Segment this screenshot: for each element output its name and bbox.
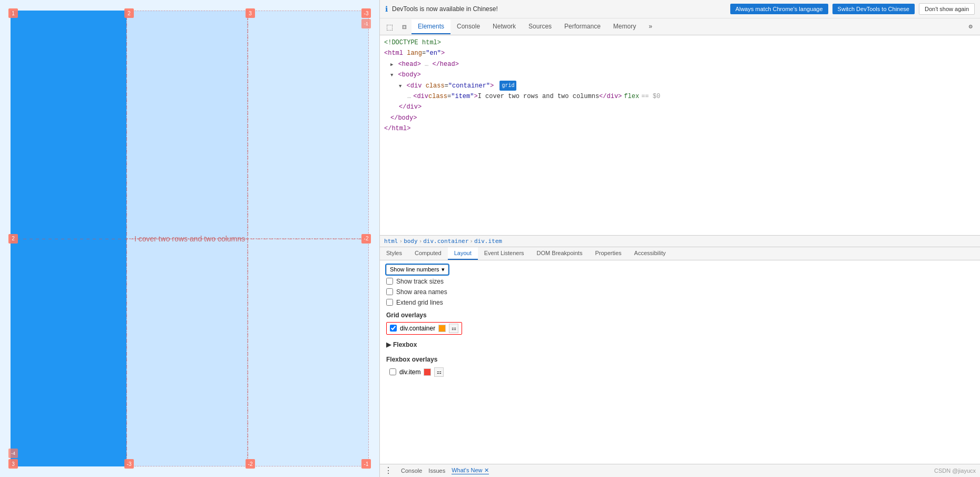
notification-text: DevTools is now available in Chinese! [392,5,726,13]
grid-overlay-container: div.container ⚏ [386,322,462,335]
inspect-icon-btn[interactable]: ⬚ [382,20,397,34]
tree-html-close[interactable]: </html> [380,123,980,134]
tree-doctype[interactable]: <!DOCTYPE html> [380,37,980,48]
show-track-sizes-option: Show track sizes [386,278,974,285]
show-line-numbers-option: Show line numbers ▾ [386,265,974,275]
tab-more[interactable]: » [642,20,659,34]
status-bar: ⋮ Console Issues What's New ✕ CSDN @jiay… [380,464,980,477]
tree-div-item[interactable]: … <div class="item"> I cover two rows an… [380,91,980,102]
head-expand [390,61,394,68]
grid-badge: grid [499,81,516,91]
show-area-names-option: Show area names [386,288,974,296]
grid-cell-bottom-2 [126,239,248,467]
settings-icon[interactable]: ⚙ [963,20,978,34]
body-expand [390,71,394,79]
grid-overlay-label: div.container [400,325,435,332]
show-area-names-checkbox[interactable] [386,288,393,295]
grid-cell-bottom-3 [248,239,369,467]
grid-cell-top-3 [248,11,369,239]
dropdown-label: Show line numbers [390,266,439,272]
grid-overlay-color-swatch [438,325,446,332]
show-area-names-label: Show area names [396,288,447,296]
grid-overlay-checkbox[interactable] [390,325,397,332]
flexbox-chevron: ▶ [386,341,391,348]
tab-properties[interactable]: Properties [589,247,628,260]
bottom-tab-bar: Styles Computed Layout Event Listeners D… [380,247,980,260]
tab-sources[interactable]: Sources [522,20,558,34]
grid-container [11,11,369,466]
status-tab-whats-new[interactable]: What's New ✕ [452,467,488,474]
three-dots-icon[interactable]: ⋮ [384,466,393,475]
doctype-text: <!DOCTYPE html> [384,39,441,46]
tab-network[interactable]: Network [486,20,522,34]
show-track-sizes-label: Show track sizes [396,278,444,285]
tab-dom-breakpoints[interactable]: DOM Breakpoints [531,247,589,260]
status-bar-tabs: Console Issues What's New ✕ [401,467,926,474]
extend-grid-lines-label: Extend grid lines [396,299,443,306]
extend-grid-lines-option: Extend grid lines [386,299,974,306]
tab-computed[interactable]: Computed [408,247,448,260]
flexbox-overlay-color-swatch [424,368,431,376]
browser-panel: 1 2 3 -3 2 -2 3 -3 -2 -1 -4 -1 I cover t… [0,0,379,477]
flexbox-overlays-title: Flexbox overlays [386,356,974,363]
tab-accessibility[interactable]: Accessibility [628,247,672,260]
devtools-panel: ℹ DevTools is now available in Chinese! … [379,0,980,477]
flexbox-overlay-checkbox[interactable] [389,368,396,375]
tree-div-container[interactable]: <div class="container"> grid [380,81,980,91]
status-tab-issues[interactable]: Issues [428,468,445,474]
tab-performance[interactable]: Performance [558,20,607,34]
switch-devtools-button[interactable]: Switch DevTools to Chinese [832,4,915,14]
layout-panel: Show line numbers ▾ Show track sizes Sho… [380,260,980,464]
lang-attr: lang [407,50,422,57]
bc-div-item[interactable]: div.item [474,238,502,245]
tab-elements[interactable]: Elements [411,20,450,34]
flexbox-overlay-label: div.item [399,368,420,376]
flexbox-section: ▶ Flexbox [386,339,974,351]
flexbox-title: Flexbox [393,341,417,348]
tab-styles[interactable]: Styles [380,247,408,260]
tab-memory[interactable]: Memory [607,20,642,34]
tree-html-open[interactable]: <html lang="en"> [380,48,980,59]
status-tab-console[interactable]: Console [401,468,422,474]
html-tag: <html [384,50,403,57]
bc-body[interactable]: body [404,238,418,245]
extend-grid-lines-checkbox[interactable] [386,299,393,306]
tree-div-container-close[interactable]: </div> [380,102,980,112]
info-icon: ℹ [385,5,388,13]
show-track-sizes-checkbox[interactable] [386,278,393,285]
always-match-button[interactable]: Always match Chrome's language [730,4,828,14]
bc-div-container[interactable]: div.container [423,238,468,245]
tree-body-open[interactable]: <body> [380,70,980,80]
bc-html[interactable]: html [384,238,398,245]
html-tree: <!DOCTYPE html> <html lang="en"> <head> … [380,35,980,235]
device-icon-btn[interactable]: ⧈ [397,20,411,34]
breadcrumb: html › body › div.container › div.item [380,235,980,247]
grid-cell-top-2 [126,11,248,239]
watermark-text: CSDN @jiayucx [934,468,976,474]
tree-head[interactable]: <head> … </head> [380,59,980,70]
show-line-numbers-dropdown[interactable]: Show line numbers ▾ [386,265,448,275]
grid-cell-1 [11,11,126,466]
tree-body-close[interactable]: </body> [380,113,980,123]
tab-layout[interactable]: Layout [448,247,478,260]
tab-event-listeners[interactable]: Event Listeners [478,247,531,260]
dropdown-chevron: ▾ [442,266,445,273]
flexbox-header[interactable]: ▶ Flexbox [386,339,974,351]
dont-show-again-button[interactable]: Don't show again [919,3,975,15]
flexbox-overlay-item: div.item ⚏ [386,366,447,378]
grid-overlay-icon-btn-1[interactable]: ⚏ [449,324,458,333]
notification-bar: ℹ DevTools is now available in Chinese! … [380,0,980,18]
flexbox-overlay-icon-btn[interactable]: ⚏ [434,367,444,377]
container-expand [399,82,403,90]
grid-overlays-title: Grid overlays [386,311,974,319]
devtools-tab-bar: ⬚ ⧈ Elements Console Network Sources Per… [380,18,980,35]
tab-console[interactable]: Console [450,20,486,34]
